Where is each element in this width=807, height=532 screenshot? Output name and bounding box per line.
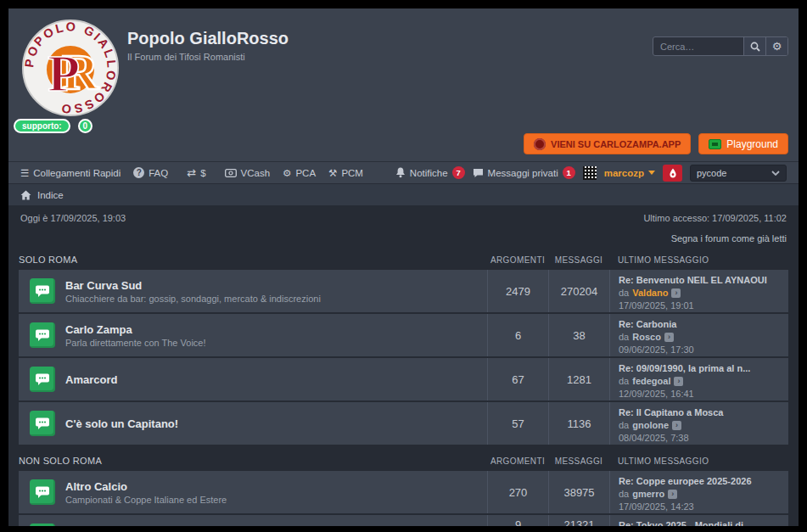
messages-count: 38975 [548, 471, 609, 513]
messages-count: 1136 [548, 402, 609, 445]
section-title: SOLO ROMA [19, 255, 487, 265]
messages-label: Messaggi privati [488, 168, 558, 178]
breadcrumb: Indice [8, 183, 799, 205]
main-navbar: Collegamenti Rapidi FAQ $ VCash PCA PCM … [8, 161, 799, 183]
messages-count: 38 [548, 314, 609, 356]
style-select[interactable]: pycode [690, 165, 787, 182]
home-icon [20, 190, 31, 200]
site-subtitle: Il Forum dei Tifosi Romanisti [127, 52, 289, 62]
logo-letter-p: P [48, 44, 80, 102]
nav-exchange[interactable]: $ [187, 166, 205, 179]
forum-row-capitano[interactable]: C'è solo un Capitano! 57 1136 Re: Il Cap… [19, 402, 788, 445]
forum-row-altri-sport[interactable]: Altri Sport 9 21321 Re: Tokyo 2025 - Mon… [19, 515, 788, 526]
carlozampa-app-button[interactable]: VIENI SU CARLOZAMPA.APP [524, 133, 691, 154]
nav-pca-label: PCA [295, 168, 316, 178]
forum-row-amarcord[interactable]: Amarcord 67 1281 Re: 09/09/1990, la prim… [19, 358, 788, 400]
forum-link[interactable]: Amarcord [65, 373, 117, 386]
notifications-label: Notifiche [410, 168, 448, 178]
gear-icon [772, 40, 782, 53]
nav-vcash-label: VCash [241, 168, 271, 178]
today-date: Oggi è 17/09/2025, 19:03 [20, 213, 126, 223]
forum-description: Parla direttamente con The Voice! [65, 338, 206, 348]
status-bar: Oggi è 17/09/2025, 19:03 Ultimo accesso:… [8, 205, 799, 223]
by-label: da [619, 489, 629, 499]
search-icon [750, 42, 760, 52]
last-post-date: 08/04/2025, 7:38 [619, 433, 780, 443]
drop-button[interactable] [663, 165, 682, 182]
nav-quick-links[interactable]: Collegamenti Rapidi [20, 167, 120, 179]
money-icon [225, 169, 237, 177]
last-post-date: 12/09/2025, 16:41 [619, 389, 780, 399]
nav-private-messages[interactable]: Messaggi privati 1 [473, 166, 575, 179]
user-avatar[interactable] [583, 166, 597, 180]
last-post-user[interactable]: gnolone [632, 420, 669, 430]
nav-pca[interactable]: PCA [283, 167, 316, 179]
forum-link[interactable]: Carlo Zampa [65, 323, 206, 336]
nav-faq[interactable]: FAQ [133, 167, 168, 178]
nav-dollar-label: $ [200, 168, 205, 178]
question-circle-icon [133, 167, 144, 178]
forum-row-altro-calcio[interactable]: Altro Calcio Campionati & Coppe Italiane… [19, 471, 788, 513]
search-settings-button[interactable] [765, 37, 787, 55]
goto-post-icon[interactable] [671, 288, 681, 298]
last-post-subject[interactable]: Re: Tokyo 2025 - Mondiali di ... [619, 520, 780, 526]
user-menu[interactable]: marcozp [604, 168, 655, 178]
messages-badge: 1 [563, 166, 575, 179]
mark-forums-read-link[interactable]: Segna i forum come già letti [671, 233, 787, 244]
forum-row-bar-curva-sud[interactable]: Bar Curva Sud Chiacchiere da bar: gossip… [19, 270, 788, 312]
last-post-user[interactable]: Rosco [632, 332, 661, 342]
nav-faq-label: FAQ [149, 168, 168, 178]
hamburger-icon [20, 167, 29, 179]
site-title[interactable]: Popolo GialloRosso [127, 29, 289, 48]
forum-link[interactable]: C'è solo un Capitano! [65, 417, 178, 430]
breadcrumb-index[interactable]: Indice [37, 190, 64, 200]
bell-icon [395, 167, 406, 178]
topics-count: 9 [487, 515, 548, 526]
column-header-messages: MESSAGGI [548, 255, 609, 265]
last-post-user[interactable]: fedegoal [632, 376, 670, 386]
last-post-subject[interactable]: Re: 09/09/1990, la prima al n... [619, 363, 780, 373]
search-button[interactable] [743, 37, 765, 55]
forum-chat-icon [30, 278, 55, 304]
by-label: da [619, 376, 629, 386]
style-select-value: pycode [697, 168, 726, 178]
search-bar [653, 36, 788, 56]
goto-post-icon[interactable] [664, 333, 674, 342]
topics-count: 2479 [487, 270, 548, 312]
goto-post-icon[interactable] [674, 377, 683, 386]
forum-chat-icon [30, 322, 55, 348]
forum-link[interactable]: Altro Calcio [65, 480, 227, 493]
notifications-badge: 7 [452, 166, 465, 179]
carlozampa-logo-icon [534, 138, 546, 150]
search-input[interactable] [653, 37, 743, 55]
last-access: Ultimo accesso: 17/09/2025, 11:02 [643, 213, 787, 223]
forum-chat-icon [30, 367, 55, 392]
by-label: da [619, 288, 629, 298]
goto-post-icon[interactable] [668, 490, 677, 499]
column-header-topics: ARGOMENTI [487, 255, 548, 265]
playground-button[interactable]: Playground [698, 133, 788, 154]
goto-post-icon[interactable] [672, 421, 681, 430]
forum-link[interactable]: Bar Curva Sud [65, 279, 321, 292]
last-post-user[interactable]: gmerro [632, 489, 664, 499]
last-post-date: 17/09/2025, 19:01 [619, 300, 780, 311]
last-post-subject[interactable]: Re: Il Capitano a Mosca [619, 407, 780, 417]
section-solo-roma: SOLO ROMA ARGOMENTI MESSAGGI ULTIMO MESS… [19, 244, 788, 445]
site-logo[interactable]: POPOLO GIALLOROSSO R P [21, 19, 120, 117]
column-header-messages: MESSAGGI [548, 456, 609, 466]
last-post-subject[interactable]: Re: Coppe europee 2025-2026 [619, 476, 780, 486]
last-post-user[interactable]: Valdano [632, 288, 668, 298]
last-post-subject[interactable]: Re: Benvenuto NEIL EL AYNAOUI [619, 275, 780, 285]
username-label: marcozp [604, 168, 644, 178]
topics-count: 270 [487, 471, 548, 513]
forum-description: Campionati & Coppe Italiane ed Estere [65, 495, 227, 505]
wrench-icon [328, 167, 337, 179]
nav-pcm[interactable]: PCM [328, 167, 363, 179]
nav-vcash[interactable]: VCash [225, 168, 271, 178]
last-post-date: 17/09/2025, 14:23 [619, 501, 780, 512]
messages-count: 21321 [548, 515, 609, 526]
topics-count: 67 [487, 358, 548, 400]
nav-notifications[interactable]: Notifiche 7 [395, 166, 465, 179]
last-post-subject[interactable]: Re: Carbonia [619, 319, 780, 329]
forum-row-carlo-zampa[interactable]: Carlo Zampa Parla direttamente con The V… [19, 314, 788, 356]
